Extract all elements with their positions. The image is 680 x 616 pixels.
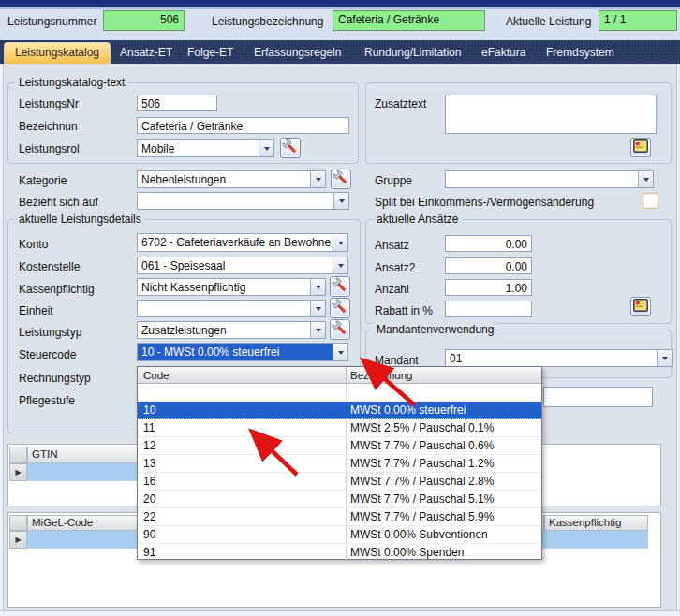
steuercode-option-12[interactable]: 12MWSt 7.7% / Pauschal 0.6% [138,437,541,455]
rabatt-input[interactable] [445,301,532,317]
zusatztext-editor-button[interactable] [630,138,651,157]
kategorie-label: Kategorie [19,174,67,187]
anzahl-label: Anzahl [375,283,409,296]
row-marker-icon: ▶ [15,469,21,477]
chevron-down-icon [338,264,344,271]
option-bezeichnung: MWSt 0.00% steuerfrei [347,402,541,418]
einheit-edit-button[interactable] [330,298,350,318]
chevron-down-icon [643,178,649,184]
split-checkbox[interactable] [643,193,658,209]
steuercode-label: Steuercode [19,348,76,361]
leistungsnr-input[interactable]: 506 [137,95,217,111]
steuercode-option-16[interactable]: 16MWSt 7.7% / Pauschal 2.8% [138,473,541,491]
mandant-dropdown-button[interactable] [657,350,672,366]
steuercode-dropdown-button[interactable] [333,344,347,360]
chevron-down-icon [316,178,321,184]
row-marker-icon: ▶ [15,536,21,544]
window-bottom-edge [0,610,680,616]
tab-erfassungsregeln[interactable]: Erfassungsregeln [254,46,341,59]
option-code: 16 [138,473,347,490]
steuercode-dropdown-rows: 10MWSt 0.00% steuerfrei11MWSt 2.5% / Pau… [138,384,541,562]
tab-fremdsystem[interactable]: Fremdsystem [546,46,614,59]
migel-kassenpflichtig-column-header[interactable]: Kassenpflichtig [544,515,648,531]
option-code: 90 [138,526,347,543]
tab-efaktura[interactable]: eFaktura [481,46,525,59]
kostenstelle-combo[interactable]: 061 - Speisesaal [137,257,348,274]
tab-ansatz-et[interactable]: Ansatz-ET [120,46,172,59]
migel-row-selector[interactable]: ▶ [9,531,27,549]
gruppe-dropdown-button[interactable] [638,171,653,187]
kategorie-dropdown-button[interactable] [310,171,325,187]
wrench-icon [333,169,349,189]
steuercode-option-22[interactable]: 22MWSt 7.7% / Pauschal 5.9% [138,508,541,526]
bezieht-sich-auf-combo[interactable] [137,192,349,210]
tab-leistungskatalog[interactable]: Leistungskatalog [4,42,111,64]
konto-dropdown-button[interactable] [333,234,347,251]
steuercode-combo[interactable]: 10 - MWSt 0.00% steuerfrei [137,343,348,361]
leistungsnummer-label: Leistungsnummer [7,15,96,28]
chevron-down-icon [316,329,321,335]
mandant-zusatzfeld-input[interactable] [543,387,653,407]
kassenpflichtig-combo[interactable]: Nicht Kassenpflichtig [137,278,326,296]
konto-combo[interactable]: 6702 - Cafeteriaverkäufe an Bewohne [137,233,348,252]
steuercode-dropdown-header: Code Bezeichnung [138,367,541,384]
bezieht-sich-auf-value [138,193,333,209]
leistungsrolle-dropdown-button[interactable] [259,140,273,156]
pflegestufe-label: Pflegestufe [19,394,75,407]
steuercode-option-91[interactable]: 91MWSt 0.00% Spenden [138,544,541,562]
einheit-label: Einheit [19,304,53,317]
tab-rundung-limitation[interactable]: Rundung/Limitation [364,46,461,59]
ansatz2-input[interactable]: 0.00 [445,257,532,274]
kategorie-value: Nebenleistungen [138,171,310,187]
steuercode-option-20[interactable]: 20MWSt 7.7% / Pauschal 5.1% [138,491,541,508]
tab-folge-et[interactable]: Folge-ET [187,46,233,59]
kassenpflichtig-dropdown-button[interactable] [310,279,325,295]
wrench-icon [332,299,348,318]
einheit-dropdown-button[interactable] [310,301,325,316]
kostenstelle-dropdown-button[interactable] [333,257,347,273]
steuercode-option-11[interactable]: 11MWSt 2.5% / Pauschal 0.1% [138,419,541,437]
tab-bar: Leistungskatalog Ansatz-ET Folge-ET Erfa… [0,40,680,64]
kassenpflichtig-edit-button[interactable] [330,276,350,297]
kategorie-combo[interactable]: Nebenleistungen [137,170,326,188]
leistungstyp-edit-button[interactable] [330,319,350,340]
steuercode-option-empty[interactable] [138,384,541,402]
option-bezeichnung: MWSt 7.7% / Pauschal 5.9% [347,508,541,525]
migel-header-selector-cell [9,515,27,531]
zusatztext-textarea[interactable] [445,95,657,134]
mandant-combo[interactable]: 01 [445,349,673,367]
app-window: Leistungsnummer 506 Leistungsbezeichnung… [0,0,680,616]
anzahl-input[interactable]: 1.00 [445,279,532,296]
ansatz-label: Ansatz [375,239,409,252]
leistungstyp-combo[interactable]: Zusatzleistungen [137,321,326,339]
ansaetze-editor-button[interactable] [630,297,651,316]
steuercode-option-10[interactable]: 10MWSt 0.00% steuerfrei [138,402,541,419]
bezieht-sich-auf-dropdown-button[interactable] [333,193,348,209]
kategorie-edit-button[interactable] [331,169,351,189]
leistungstyp-value: Zusatzleistungen [138,322,310,338]
gtin-header-selector-cell [9,447,27,463]
leistungstyp-dropdown-button[interactable] [310,322,325,338]
leistungsrolle-value: Mobile [138,140,259,156]
bezieht-sich-auf-label: Bezieht sich auf [19,196,98,209]
ansatz-input[interactable]: 0.00 [445,235,532,252]
steuercode-option-13[interactable]: 13MWSt 7.7% / Pauschal 1.2% [138,455,541,473]
leistungsrolle-combo[interactable]: Mobile [137,139,274,157]
steuercode-dropdown: Code Bezeichnung 10MWSt 0.00% steuerfrei… [137,366,542,560]
einheit-value [138,301,310,316]
bezeichnung-input[interactable]: Cafeteria / Getränke [137,117,349,134]
option-bezeichnung: MWSt 7.7% / Pauschal 1.2% [347,455,541,472]
option-bezeichnung: MWSt 7.7% / Pauschal 2.8% [347,473,541,490]
einheit-combo[interactable] [137,300,326,317]
window-top-strip [0,0,680,7]
option-bezeichnung: MWSt 7.7% / Pauschal 0.6% [347,437,541,454]
steuercode-option-90[interactable]: 90MWSt 0.00% Subventionen [138,526,541,544]
rechnungstyp-label: Rechnungstyp [19,372,91,385]
chevron-down-icon [316,307,321,314]
gtin-row-selector[interactable]: ▶ [9,463,27,481]
group-mandanten-title: Mandantenverwendung [373,323,497,336]
group-leistungskatalog-text-title: Leistungskatalog-text [15,76,128,89]
leistungsrolle-edit-button[interactable] [280,138,301,158]
gruppe-combo[interactable] [445,170,654,188]
form-window-icon [633,299,648,315]
